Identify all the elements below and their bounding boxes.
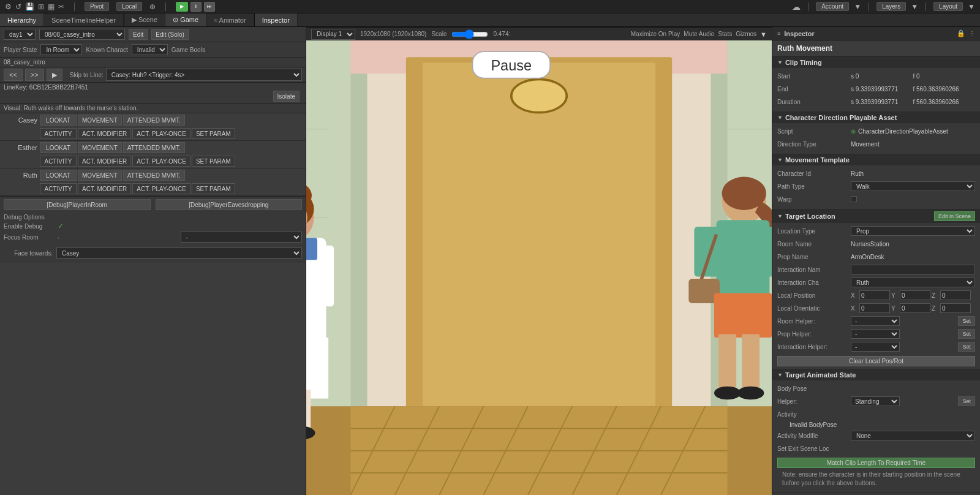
orient-z-input[interactable] <box>940 303 971 313</box>
casey-act-modifier-btn[interactable]: ACT. MODIFIER <box>78 128 131 139</box>
casey-act-play-once-btn[interactable]: ACT. PLAY-ONCE <box>132 128 190 139</box>
player-state-dropdown[interactable]: In Room <box>40 44 82 55</box>
scale-slider[interactable] <box>451 29 488 39</box>
casey-movement-btn[interactable]: MOVEMENT <box>78 115 122 126</box>
play-button[interactable]: ▶ <box>176 2 188 12</box>
tab-inspector[interactable]: Inspector <box>255 13 298 26</box>
tools-icon[interactable]: ✂ <box>58 2 64 11</box>
stats-btn[interactable]: Stats <box>718 31 732 37</box>
prop-helper-dropdown[interactable]: - <box>851 329 900 339</box>
isolate-btn[interactable]: Isolate <box>273 91 300 102</box>
casey-activity-btn[interactable]: ACTIVITY <box>40 128 77 139</box>
prop-helper-set-btn[interactable]: Set <box>958 329 975 339</box>
layout-button[interactable]: Layout <box>933 2 963 11</box>
tab-game[interactable]: ⊙ Game <box>165 13 206 26</box>
warp-checkbox[interactable] <box>851 196 857 202</box>
clip-timing-header[interactable]: ▼ Clip Timing <box>772 57 980 68</box>
inspector-lock-icon[interactable]: 🔒 <box>957 29 965 37</box>
game-scene-svg: Pause 08:30 <box>306 40 772 495</box>
esther-act-play-once-btn[interactable]: ACT. PLAY-ONCE <box>132 156 190 167</box>
next-btn[interactable]: >> <box>25 69 44 81</box>
match-clip-length-btn[interactable]: Match Clip Length To Required Time <box>777 458 975 468</box>
debug-player-in-room-btn[interactable]: [Debug]PlayerInRoom <box>4 199 151 210</box>
skip-to-line-dropdown[interactable]: Casey: Huh? <Trigger: 4s> <box>106 69 302 81</box>
pivot-button[interactable]: Pivot <box>85 2 109 11</box>
esther-set-param-btn[interactable]: SET PARAM <box>192 156 235 167</box>
grid-icon[interactable]: ⊞ <box>38 2 44 11</box>
play-line-btn[interactable]: ▶ <box>47 69 62 81</box>
ruth-lookat-btn[interactable]: LOOKAT <box>40 170 77 181</box>
maximize-on-play-btn[interactable]: Maximize On Play <box>631 31 680 37</box>
interaction-helper-dropdown[interactable]: - <box>851 342 900 352</box>
layout-icon[interactable]: ▦ <box>48 2 55 11</box>
debug-player-eavesdropping-btn[interactable]: [Debug]PlayerEavesdropping <box>156 199 303 210</box>
esther-attended-btn[interactable]: ATTENDED MVMT. <box>123 142 185 153</box>
inspector-menu-icon[interactable]: ⋮ <box>969 30 975 37</box>
clear-local-pos-rot-btn[interactable]: Clear Local Pos/Rot <box>777 356 975 366</box>
room-helper-set-btn[interactable]: Set <box>958 316 975 326</box>
pos-y-label: Y <box>891 292 899 299</box>
esther-movement-btn[interactable]: MOVEMENT <box>78 142 122 153</box>
target-location-header[interactable]: ▼ Target Location Edit in Scene <box>772 210 980 223</box>
ruth-movement-btn[interactable]: MOVEMENT <box>78 170 122 181</box>
target-animated-header[interactable]: ▼ Target Animated State <box>772 369 980 380</box>
known-chars-dropdown[interactable]: Invalid <box>132 44 168 55</box>
ruth-act-play-once-btn[interactable]: ACT. PLAY-ONCE <box>132 183 190 194</box>
ruth-set-param-btn[interactable]: SET PARAM <box>192 183 235 194</box>
ruth-activity-btn[interactable]: ACTIVITY <box>40 183 77 194</box>
display-dropdown[interactable]: Display 1 <box>311 29 355 40</box>
day-dropdown[interactable]: day1 <box>4 29 36 40</box>
edit-in-scene-btn[interactable]: Edit in Scene <box>934 211 975 221</box>
tab-animator[interactable]: ≈ Animator <box>206 13 254 26</box>
interaction-name-input[interactable] <box>851 265 975 274</box>
char-direction-header[interactable]: ▼ Character Direction Playable Asset <box>772 112 980 123</box>
casey-attended-btn[interactable]: ATTENDED MVMT. <box>123 115 185 126</box>
interaction-char-dropdown[interactable]: Ruth <box>851 278 975 287</box>
pos-z-input[interactable] <box>940 290 971 300</box>
room-helper-dropdown[interactable]: - <box>851 316 900 326</box>
cloud-icon[interactable]: ☁ <box>792 2 801 12</box>
skip-button[interactable]: ⏭ <box>204 2 215 12</box>
orient-y-input[interactable] <box>900 303 930 313</box>
local-button[interactable]: Local <box>116 2 142 11</box>
esther-act-modifier-btn[interactable]: ACT. MODIFIER <box>78 156 131 167</box>
prev-btn[interactable]: << <box>4 69 23 81</box>
pos-x-input[interactable] <box>859 290 890 300</box>
pivot-icon[interactable]: ⊕ <box>149 2 156 11</box>
face-towards-dropdown[interactable]: Casey <box>56 248 302 259</box>
settings-icon[interactable]: ⚙ <box>5 2 12 11</box>
tab-hierarchy[interactable]: Hierarchy <box>0 13 44 26</box>
helper-set-btn[interactable]: Set <box>958 396 975 406</box>
ruth-act-modifier-btn[interactable]: ACT. MODIFIER <box>78 183 131 194</box>
casey-set-param-btn[interactable]: SET PARAM <box>192 128 235 139</box>
layers-button[interactable]: Layers <box>876 2 906 11</box>
helper-dropdown[interactable]: Standing <box>851 396 900 406</box>
mute-audio-btn[interactable]: Mute Audio <box>684 31 714 37</box>
enable-debug-checkbox[interactable]: ✓ <box>58 222 64 230</box>
movement-template-header[interactable]: ▼ Movement Template <box>772 154 980 165</box>
edit-button[interactable]: Edit <box>129 29 148 40</box>
orient-y-label: Y <box>891 305 899 312</box>
interaction-helper-set-btn[interactable]: Set <box>958 342 975 352</box>
save-icon[interactable]: 💾 <box>25 2 34 11</box>
scene-dropdown[interactable]: 08/08_casey_intro <box>39 29 125 40</box>
tab-scene-timeline[interactable]: SceneTimelineHelper <box>44 13 124 26</box>
refresh-icon[interactable]: ↺ <box>15 2 21 11</box>
gizmos-btn[interactable]: Gizmos <box>736 31 756 37</box>
pos-y-input[interactable] <box>900 290 930 300</box>
focus-room-dropdown[interactable]: - <box>181 232 303 243</box>
orient-x-input[interactable] <box>859 303 890 313</box>
path-type-dropdown[interactable]: Walk <box>851 181 975 191</box>
loc-type-dropdown[interactable]: Prop <box>851 226 975 236</box>
edit-solo-button[interactable]: Edit (Solo) <box>151 29 189 40</box>
esther-activity-btn[interactable]: ACTIVITY <box>40 156 77 167</box>
casey-lookat-btn[interactable]: LOOKAT <box>40 115 77 126</box>
tab-scene[interactable]: ▶ Scene <box>124 13 165 26</box>
esther-lookat-btn[interactable]: LOOKAT <box>40 142 77 153</box>
account-button[interactable]: Account <box>816 2 849 11</box>
ruth-attended-btn[interactable]: ATTENDED MVMT. <box>123 170 185 181</box>
target-animated-arrow: ▼ <box>777 372 783 378</box>
activity-modifier-dropdown[interactable]: None <box>851 431 975 440</box>
pause-button[interactable]: ⏸ <box>190 2 202 12</box>
esther-name-row: Esther LOOKAT MOVEMENT ATTENDED MVMT. <box>0 141 306 154</box>
